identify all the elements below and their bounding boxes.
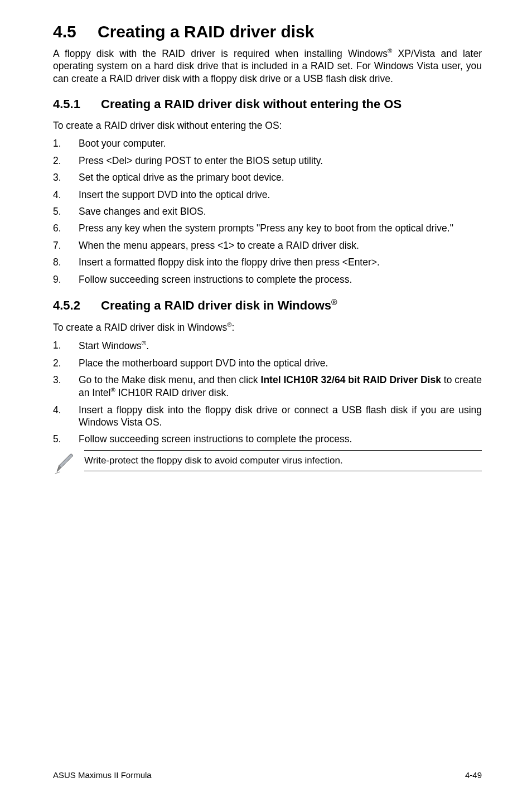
registered-mark: ®	[142, 340, 146, 346]
list-item: 3.Set the optical drive as the primary b…	[53, 171, 482, 183]
item-number: 1.	[53, 137, 79, 149]
list-item: 6.Press any key when the system prompts …	[53, 222, 482, 234]
registered-mark: ®	[110, 386, 115, 393]
item-text: Follow succeeding screen instructions to…	[79, 273, 482, 286]
item-text: Insert the support DVD into the optical …	[79, 189, 482, 201]
heading-title: Creating a RAID driver disk without ente…	[101, 97, 402, 111]
heading-number: 4.5	[53, 22, 98, 41]
section-heading-4-5: 4.5Creating a RAID driver disk	[53, 22, 482, 41]
registered-mark: ®	[331, 298, 337, 307]
list-item: 4. Insert a floppy disk into the floppy …	[53, 404, 482, 429]
ordered-list-451: 1.Boot your computer. 2.Press <Del> duri…	[53, 137, 482, 286]
item-text: Insert a formatted floppy disk into the …	[79, 256, 482, 268]
registered-mark: ®	[388, 47, 392, 54]
item-number: 4.	[53, 189, 79, 201]
bold-label: Intel ICH10R 32/64 bit RAID Driver Disk	[261, 374, 441, 385]
item-number: 5.	[53, 205, 79, 218]
item-number: 3.	[53, 171, 79, 183]
section-heading-4-5-1: 4.5.1Creating a RAID driver disk without…	[53, 97, 482, 112]
item-number: 3.	[53, 374, 79, 399]
item-number: 2.	[53, 357, 79, 369]
item-text: Start Windows®.	[79, 339, 482, 352]
heading-number: 4.5.2	[53, 298, 101, 313]
lead-text: To create a RAID driver disk in Windows®…	[53, 321, 482, 334]
item-number: 7.	[53, 239, 79, 252]
pencil-icon	[53, 450, 84, 478]
item-number: 1.	[53, 339, 79, 352]
item-number: 4.	[53, 404, 79, 429]
item-text: Follow succeeding screen instructions to…	[79, 433, 482, 445]
item-text: Place the motherboard support DVD into t…	[79, 357, 482, 369]
list-item: 1. Start Windows®.	[53, 339, 482, 352]
list-item: 2.Press <Del> during POST to enter the B…	[53, 154, 482, 167]
list-item: 2. Place the motherboard support DVD int…	[53, 357, 482, 369]
item-text: Set the optical drive as the primary boo…	[79, 171, 482, 183]
item-number: 8.	[53, 256, 79, 268]
list-item: 5.Save changes and exit BIOS.	[53, 205, 482, 218]
item-text: Boot your computer.	[79, 137, 482, 149]
item-text: Save changes and exit BIOS.	[79, 205, 482, 218]
lead-text: To create a RAID driver disk without ent…	[53, 119, 482, 132]
note-text: Write-protect the floppy disk to avoid c…	[84, 450, 482, 471]
list-item: 4.Insert the support DVD into the optica…	[53, 189, 482, 201]
registered-mark: ®	[227, 321, 231, 328]
item-text: Press any key when the system prompts "P…	[79, 222, 482, 234]
heading-number: 4.5.1	[53, 97, 101, 112]
item-text: When the menu appears, press <1> to crea…	[79, 239, 482, 252]
intro-paragraph: A floppy disk with the RAID driver is re…	[53, 47, 482, 85]
item-number: 2.	[53, 154, 79, 167]
item-text: Go to the Make disk menu, and then click…	[79, 374, 482, 399]
list-item: 9.Follow succeeding screen instructions …	[53, 273, 482, 286]
footer-right: 4-49	[465, 770, 482, 780]
ordered-list-452: 1. Start Windows®. 2. Place the motherbo…	[53, 339, 482, 445]
page-footer: ASUS Maximus II Formula 4-49	[53, 770, 482, 780]
section-heading-4-5-2: 4.5.2Creating a RAID driver disk in Wind…	[53, 298, 482, 313]
list-item: 7.When the menu appears, press <1> to cr…	[53, 239, 482, 252]
item-text: Insert a floppy disk into the floppy dis…	[79, 404, 482, 429]
intro-text-a: A floppy disk with the RAID driver is re…	[53, 48, 388, 59]
item-number: 6.	[53, 222, 79, 234]
lead-b: :	[232, 322, 235, 333]
note-block: Write-protect the floppy disk to avoid c…	[53, 450, 482, 478]
footer-left: ASUS Maximus II Formula	[53, 770, 152, 780]
item-number: 9.	[53, 273, 79, 286]
list-item: 8.Insert a formatted floppy disk into th…	[53, 256, 482, 268]
list-item: 3. Go to the Make disk menu, and then cl…	[53, 374, 482, 399]
lead-a: To create a RAID driver disk in Windows	[53, 322, 227, 333]
item-text: Press <Del> during POST to enter the BIO…	[79, 154, 482, 167]
heading-title: Creating a RAID driver disk	[98, 22, 314, 41]
list-item: 5. Follow succeeding screen instructions…	[53, 433, 482, 445]
heading-title: Creating a RAID driver disk in Windows	[101, 298, 331, 312]
item-number: 5.	[53, 433, 79, 445]
list-item: 1.Boot your computer.	[53, 137, 482, 149]
